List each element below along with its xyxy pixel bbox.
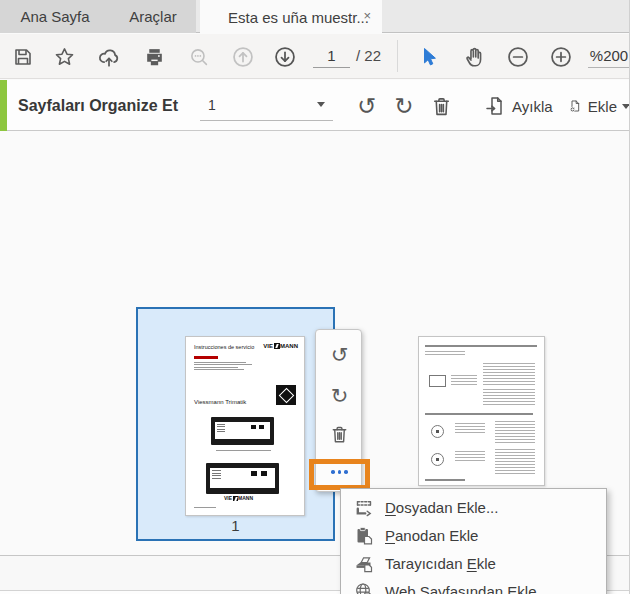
rotate-left-button[interactable]: ↺: [352, 90, 382, 122]
dial-diagram: [431, 425, 444, 438]
star-button[interactable]: [49, 42, 79, 72]
hand-tool-button[interactable]: [460, 42, 490, 72]
menu-item-label: Dosyadan Ekle...: [385, 499, 498, 516]
menu-item-insert-from-scanner[interactable]: Tarayıcıdan Ekle: [341, 549, 606, 577]
insert-page-icon: [568, 95, 582, 117]
panel-text: [212, 470, 221, 480]
minus-circle-icon: [506, 45, 530, 69]
mini-rotate-right-button[interactable]: ↻: [316, 378, 363, 412]
heading-line: [425, 345, 537, 347]
annotation-highlight-more-button: [309, 459, 370, 490]
page-1-number-label: 1: [136, 517, 335, 534]
extract-pages-button[interactable]: Ayıkla: [484, 90, 560, 122]
insert-from-web-icon: [351, 581, 377, 594]
page1-brand-logo: VIEMANN: [263, 343, 298, 349]
arrow-down-circle-icon: [273, 45, 297, 69]
menu-item-insert-from-clipboard[interactable]: Panodan Ekle: [341, 521, 606, 549]
red-text-bar: [194, 356, 218, 359]
next-page-button[interactable]: [270, 42, 300, 72]
delete-pages-button[interactable]: [426, 90, 456, 122]
text-block: [483, 363, 535, 385]
menu-item-label: Panodan Ekle: [385, 527, 478, 544]
text-block: [455, 423, 485, 433]
organize-pages-title: Sayfaları Organize Et: [18, 80, 178, 131]
insert-from-file-icon: [351, 497, 377, 517]
rotate-cw-icon: ↻: [394, 95, 413, 118]
chevron-down-icon: [317, 102, 325, 107]
star-icon: [53, 46, 76, 69]
zoom-in-button[interactable]: [546, 42, 576, 72]
page1-doc-title: Instrucciones de servicio: [194, 344, 254, 350]
panel-button: [251, 471, 257, 476]
mini-delete-button[interactable]: [316, 417, 363, 451]
toolbar-separator: [397, 40, 398, 72]
page-number-input[interactable]: [313, 44, 350, 68]
display-diagram: [429, 375, 446, 387]
print-button[interactable]: [139, 42, 169, 72]
text-line: [194, 369, 244, 370]
diamond-logo: [276, 385, 296, 405]
menu-item-label: Tarayıcıdan Ekle: [385, 555, 496, 572]
chevron-down-icon: [622, 104, 630, 109]
dial-diagram: [431, 453, 444, 466]
brand-mark-icon: [274, 343, 280, 349]
insert-from-scanner-icon: [351, 553, 377, 573]
extract-page-icon: [484, 95, 506, 117]
text-block: [495, 449, 535, 475]
search-button[interactable]: [184, 42, 214, 72]
tab-tools[interactable]: Araçlar: [110, 0, 196, 33]
page-1-thumbnail[interactable]: Instrucciones de servicio VIEMANN Viessm…: [185, 336, 305, 516]
insert-context-menu: Dosyadan Ekle... Panodan Ekle Tarayıcıda…: [340, 488, 607, 594]
zoom-out-button[interactable]: [503, 42, 533, 72]
tab-tools-label: Araçlar: [129, 8, 177, 25]
menu-item-insert-from-file[interactable]: Dosyadan Ekle...: [341, 493, 606, 521]
acrobat-window: Ana Sayfa Araçlar Esta es uña muestr... …: [0, 0, 630, 594]
tab-home[interactable]: Ana Sayfa: [0, 0, 110, 33]
thumbnail-grid: Instrucciones de servicio VIEMANN Viessm…: [0, 131, 630, 555]
panel-face: [215, 422, 270, 439]
text-block: [495, 421, 535, 443]
menu-item-insert-from-web[interactable]: Web Sayfasından Ekle...: [341, 577, 606, 594]
cursor-arrow-icon: [419, 46, 441, 68]
tab-document[interactable]: Esta es uña muestr... ×: [200, 0, 382, 34]
tab-document-label: Esta es uña muestr...: [228, 9, 369, 26]
page-2-thumbnail[interactable]: [418, 336, 545, 486]
caption-line: [216, 450, 271, 451]
save-icon: [12, 46, 34, 68]
trash-icon: [329, 424, 350, 445]
page1-model-title: Viessmann Trimatik: [194, 399, 246, 405]
printer-icon: [143, 46, 166, 69]
text-line: [194, 367, 238, 368]
extract-pages-label: Ayıkla: [512, 98, 553, 115]
search-more-icon: [188, 46, 211, 69]
close-tab-icon[interactable]: ×: [363, 9, 371, 23]
rotate-ccw-icon: ↺: [357, 95, 376, 118]
organize-pages-bar: Sayfaları Organize Et 1 ↺ ↻ Ayıkla Ekle: [0, 80, 630, 131]
page-total-label: / 22: [356, 47, 381, 64]
rotate-ccw-icon: ↺: [331, 344, 349, 365]
save-button[interactable]: [8, 42, 38, 72]
text-line: [194, 364, 252, 365]
rotate-right-button[interactable]: ↻: [389, 90, 419, 122]
heading-line: [425, 479, 465, 481]
select-tool-button[interactable]: [415, 42, 445, 72]
menu-item-label: Web Sayfasından Ekle...: [385, 583, 549, 594]
text-line: [194, 362, 246, 363]
arrow-up-circle-icon: [231, 45, 255, 69]
text-block: [451, 375, 477, 385]
previous-page-button[interactable]: [228, 42, 258, 72]
hand-icon: [463, 45, 487, 69]
plus-circle-icon: [549, 45, 573, 69]
trash-icon: [430, 95, 453, 118]
share-button[interactable]: [94, 42, 124, 72]
tool-accent-bar: [0, 80, 7, 131]
mini-rotate-left-button[interactable]: ↺: [316, 337, 363, 371]
page-range-select[interactable]: 1: [200, 89, 333, 121]
control-panel-image: [206, 463, 279, 494]
quick-toolbar: / 22: [0, 34, 630, 79]
text-block: [425, 351, 465, 355]
zoom-level-input[interactable]: [588, 44, 630, 68]
insert-pages-button[interactable]: Ekle: [568, 90, 630, 122]
heading-line: [425, 413, 533, 415]
page-range-value: 1: [208, 97, 216, 113]
